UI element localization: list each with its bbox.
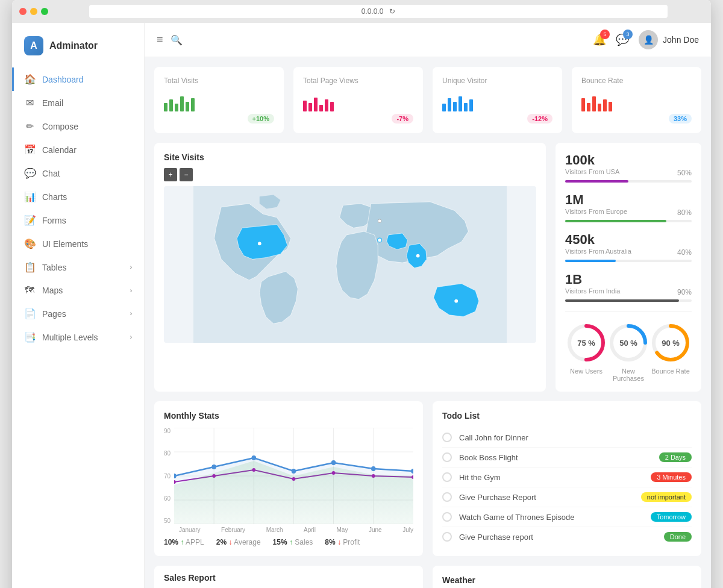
bar [448,98,451,111]
svg-point-36 [372,474,375,478]
sidebar-item-chat[interactable]: 💬 Chat [12,161,144,185]
monthly-stats-card: Monthly Stats 90 80 70 60 50 [154,401,423,556]
monthly-chart-area: 90 80 70 60 50 [164,428,413,533]
map-zoom-in[interactable]: + [164,168,177,181]
y-label-80: 80 [164,450,171,457]
legend-profit: 8% ↓ Profit [325,538,360,546]
svg-point-27 [292,469,296,474]
todo-text-5: Give Purchase report [459,533,533,542]
visitor-pct-australia: 40% [677,248,692,257]
sidebar-item-calendar[interactable]: 📅 Calendar [12,138,144,161]
maps-icon: 🗺 [24,285,35,296]
header-right: 🔔 5 💬 3 👤 John Doe [593,30,699,49]
stat-badge-0: +10% [248,114,274,124]
browser-dots [19,8,48,15]
stat-title-0: Total Visits [164,77,274,85]
todo-tag-2: 3 Minutes [651,472,692,482]
todo-text-1: Book Boss Flight [459,453,518,462]
sidebar-label-compose: Compose [42,122,78,131]
sidebar-label-forms: Forms [42,216,66,225]
sidebar-item-dashboard[interactable]: 🏠 Dashboard [12,67,144,91]
stat-title-2: Unique Visitor [442,77,552,85]
bar [442,104,446,111]
donut-wrap-bounce-rate: 90 % [649,322,692,364]
notifications-button[interactable]: 🔔 5 [593,33,606,46]
todo-title: Todo List [442,411,692,421]
world-map-svg [164,186,536,343]
donut-bounce-rate: 90 % Bounce Rate [649,322,692,382]
sidebar-item-ui-elements[interactable]: 🎨 UI Elements [12,232,144,255]
visitor-europe: 1M Visitors From Europe 80% [565,192,692,222]
visitor-pct-europe: 80% [677,208,692,217]
svg-point-34 [292,477,296,481]
messages-badge: 3 [623,30,633,39]
stat-card-total-visits: Total Visits +10% [154,67,284,133]
user-profile[interactable]: 👤 John Doe [639,30,699,49]
progress-fill-usa [565,180,628,183]
stats-row: Total Visits +10% [154,67,701,133]
progress-fill-india [565,299,679,302]
svg-point-29 [371,466,376,471]
weather-title: Weather [442,575,692,585]
donut-label-new-purchases: New Purchases [607,367,649,382]
visitor-label-usa: Visitors From USA [565,168,619,175]
sidebar-item-forms[interactable]: 📝 Forms [12,208,144,232]
bar [609,102,612,111]
progress-fill-australia [565,260,616,262]
todo-checkbox-5[interactable] [442,532,452,542]
sidebar-item-email[interactable]: ✉ Email [12,91,144,114]
sidebar-item-pages[interactable]: 📄 Pages › [12,302,144,325]
bar [186,102,189,111]
browser-toolbar: 0.0.0.0 ↻ [12,0,711,23]
stat-bars-1 [303,90,413,111]
sidebar-item-tables[interactable]: 📋 Tables › [12,255,144,279]
todo-checkbox-0[interactable] [442,433,452,442]
sidebar: A Adminator 🏠 Dashboard ✉ Email ✏ Compos… [12,23,145,588]
map-zoom-out[interactable]: − [180,168,193,181]
dot-yellow[interactable] [30,8,37,15]
todo-text-2: Hit the Gym [459,473,501,482]
weather-card: Weather 32°F Partly Clouds [433,566,701,588]
sidebar-item-multiple-levels[interactable]: 📑 Multiple Levels › [12,325,144,349]
donut-wrap-new-users: 75 % [565,322,607,364]
todo-checkbox-4[interactable] [442,512,452,522]
search-button[interactable]: 🔍 [171,34,183,46]
bar [453,102,457,111]
sidebar-label-maps: Maps [42,286,63,295]
bar [191,98,195,111]
maps-arrow: › [130,287,132,294]
sidebar-item-maps[interactable]: 🗺 Maps › [12,279,144,302]
charts-icon: 📊 [24,191,35,202]
todo-checkbox-3[interactable] [442,492,452,502]
visitor-pct-india: 90% [677,288,692,296]
todo-text-4: Watch Game of Thrones Episode [459,513,574,522]
dot-green[interactable] [41,8,48,15]
map-container [164,186,536,343]
sidebar-label-tables: Tables [42,263,66,272]
sidebar-item-charts[interactable]: 📊 Charts [12,185,144,208]
todo-checkbox-2[interactable] [442,472,452,482]
dot-red[interactable] [19,8,27,15]
bar [319,105,323,111]
messages-button[interactable]: 💬 3 [616,33,629,46]
chart-plot-area [174,428,413,524]
middle-row: Site Visits + − [154,143,701,392]
browser-address[interactable]: 0.0.0.0 ↻ [89,5,668,18]
sales-card: Sales Report November 2017 Sales Report … [154,566,423,588]
reload-icon[interactable]: ↻ [389,7,395,16]
home-icon: 🏠 [24,74,35,85]
x-label-mar: March [266,527,283,533]
bar [175,104,178,111]
user-name: John Doe [663,35,699,45]
donut-new-purchases: 50 % New Purchases [607,322,649,382]
bar [598,104,601,111]
todo-checkbox-1[interactable] [442,452,452,462]
y-label-70: 70 [164,473,171,480]
map-card: Site Visits + − [154,143,546,392]
hamburger-button[interactable]: ≡ [157,34,163,46]
x-label-may: May [337,527,348,533]
tables-arrow: › [130,264,132,271]
todo-item-1: Book Boss Flight 2 Days [442,448,692,468]
sidebar-item-compose[interactable]: ✏ Compose [12,114,144,138]
chart-area-svg [174,428,413,524]
